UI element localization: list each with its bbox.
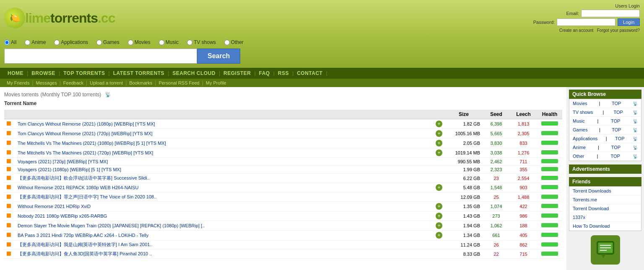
- add-torrent-icon[interactable]: +: [436, 222, 442, 229]
- tvshows-rss-icon[interactable]: 📡: [633, 110, 638, 115]
- row-health: [537, 193, 562, 202]
- movies-rss-icon[interactable]: 📡: [633, 101, 638, 106]
- music-top-link[interactable]: TOP: [611, 118, 620, 123]
- email-input[interactable]: [581, 10, 640, 17]
- games-top-link[interactable]: TOP: [612, 127, 621, 132]
- torrent-downloads-link[interactable]: Torrent Downloads: [573, 188, 611, 193]
- add-torrent-icon[interactable]: +: [436, 213, 442, 219]
- games-rss-icon[interactable]: 📡: [633, 128, 638, 132]
- row-leech: 355: [510, 166, 537, 174]
- movies-link[interactable]: Movies: [573, 101, 587, 106]
- other-top-link[interactable]: TOP: [611, 154, 620, 159]
- row-add-cell: +: [433, 202, 445, 211]
- content-area: Movies torrents (Monthly TOP 100 torrent…: [0, 87, 566, 270]
- health-bar-indicator: [541, 252, 558, 256]
- row-icon-cell: [4, 139, 15, 148]
- torrent-download-link[interactable]: Torrent Download: [573, 206, 609, 211]
- applications-rss-icon[interactable]: 📡: [633, 136, 638, 141]
- sidebar-item-games: Games | TOP 📡: [569, 126, 641, 134]
- radio-other[interactable]: Other: [224, 39, 244, 45]
- create-account-link[interactable]: Create an account: [559, 28, 594, 33]
- music-link[interactable]: Music: [573, 118, 585, 123]
- torrent-name-link[interactable]: 【更多高清电影访问】食人鱼3D[国英语中英字幕] Piranhal 2010 .…: [18, 251, 152, 256]
- add-torrent-icon[interactable]: +: [436, 232, 442, 239]
- torrent-name-link[interactable]: 【更多高清电影访问】罪之声[日语中字] The Voice of Sin 202…: [18, 194, 156, 199]
- nav-home[interactable]: HOME: [4, 69, 27, 77]
- nav-messages[interactable]: Messages: [34, 80, 60, 86]
- radio-games[interactable]: Games: [96, 39, 119, 45]
- row-size: 990.55 MB: [445, 158, 483, 166]
- how-to-download-link[interactable]: How To Download: [573, 224, 610, 229]
- radio-applications[interactable]: Applications: [54, 39, 88, 45]
- torrent-name-link[interactable]: BA Pass 3 2021 Hindi 720p WEBRip AAC x26…: [18, 233, 148, 238]
- nav-feedback[interactable]: Feedback: [61, 80, 86, 86]
- nav-personal-rss[interactable]: Personal RSS Feed: [156, 80, 202, 86]
- games-link[interactable]: Games: [573, 127, 587, 132]
- row-size: 1.43 GB: [445, 211, 483, 221]
- applications-link[interactable]: Applications: [573, 136, 597, 141]
- add-torrent-icon[interactable]: +: [436, 203, 442, 210]
- music-rss-icon[interactable]: 📡: [633, 119, 638, 123]
- torrent-name-link[interactable]: Demon Slayer The Movie Mugen Train (2020…: [18, 223, 205, 228]
- torrent-name-link[interactable]: 【更多高清电影访问】我是山姆[英语中英特效字] I Am Sam 2001..: [18, 242, 153, 247]
- movies-top-link[interactable]: TOP: [612, 101, 621, 106]
- radio-anime[interactable]: Anime: [25, 39, 46, 45]
- anime-link[interactable]: Anime: [573, 145, 586, 150]
- forgot-password-link[interactable]: Forgot your password?: [597, 28, 640, 33]
- radio-music[interactable]: Music: [159, 39, 179, 45]
- ads-title: Advertisements: [569, 165, 641, 174]
- add-torrent-icon[interactable]: +: [436, 121, 442, 127]
- 1337x-link[interactable]: 1337x: [573, 215, 585, 220]
- add-torrent-icon[interactable]: +: [436, 149, 442, 156]
- torrent-name-link[interactable]: The Mitchells Vs The Machines (2021) (10…: [18, 141, 166, 146]
- nav-bookmarks[interactable]: Bookmarks: [127, 80, 155, 86]
- applications-top-link[interactable]: TOP: [615, 136, 624, 141]
- other-link[interactable]: Other: [573, 154, 584, 159]
- search-input[interactable]: [4, 49, 197, 64]
- anime-rss-icon[interactable]: 📡: [633, 145, 638, 150]
- table-row: Tom Clancys Without Remorse (2021) (1080…: [4, 119, 562, 129]
- nav-top-torrents[interactable]: TOP TORRENTS: [60, 69, 108, 77]
- torrents-me-link[interactable]: Torrents.me: [573, 197, 597, 202]
- nav-my-profile[interactable]: My Profile: [203, 80, 229, 86]
- tvshows-link[interactable]: TV shows: [573, 110, 593, 115]
- row-health: [537, 148, 562, 158]
- tvshows-top-link[interactable]: TOP: [613, 110, 623, 115]
- login-button[interactable]: Login: [618, 18, 640, 26]
- add-torrent-icon[interactable]: +: [436, 184, 442, 191]
- anime-top-link[interactable]: TOP: [611, 145, 621, 150]
- health-bar-indicator: [541, 131, 558, 135]
- nav-faq[interactable]: FAQ: [256, 69, 273, 77]
- other-rss-icon[interactable]: 📡: [633, 154, 638, 159]
- torrent-name-link[interactable]: The Mitchells Vs The Machines (2021) (72…: [18, 150, 153, 155]
- password-label: Password:: [533, 20, 555, 25]
- torrent-name-link[interactable]: Tom Clancys Without Remorse (2021) (1080…: [18, 121, 155, 126]
- torrent-name-link[interactable]: 【更多高清电影访问】欧会浮动[法语中英字幕] Successive Slidi.…: [18, 175, 150, 180]
- nav-rss[interactable]: RSS: [275, 69, 292, 77]
- nav-register[interactable]: REGISTER: [220, 69, 254, 77]
- search-button[interactable]: Search: [197, 49, 240, 64]
- torrent-name-link[interactable]: Voyagers (2021) [720p] [WEBRip] [YTS MX]: [18, 159, 108, 164]
- row-health: [537, 211, 562, 221]
- nav-browse[interactable]: BROWSE: [28, 69, 59, 77]
- nav-contact[interactable]: CONTACT: [293, 69, 326, 77]
- torrent-name-link[interactable]: Without Remorse 2021 REPACK 1080p WEB H2…: [18, 185, 138, 190]
- radio-movies[interactable]: Movies: [128, 39, 151, 45]
- row-size: 5.48 GB: [445, 183, 483, 193]
- radio-all[interactable]: All: [4, 39, 16, 45]
- torrent-name-link[interactable]: Nobody 2021 1080p WEBRip x265-RARBG: [18, 213, 107, 219]
- password-input[interactable]: [557, 18, 615, 26]
- friend-torrent-download: Torrent Download: [569, 204, 641, 213]
- torrent-name-link[interactable]: Tom Clancys Without Remorse (2021) (720p…: [18, 131, 153, 136]
- nav-search-cloud[interactable]: SEARCH CLOUD: [169, 69, 219, 77]
- nav-my-friends[interactable]: My Friends: [4, 80, 32, 86]
- torrent-name-link[interactable]: Without Remorse 2021 HDRip XviD: [18, 204, 91, 209]
- health-bar-indicator: [541, 213, 558, 218]
- torrent-name-link[interactable]: Voyagers (2021) (1080p) [WEBRip] [5 1] […: [18, 167, 121, 172]
- add-torrent-icon[interactable]: +: [436, 130, 442, 137]
- radio-tvshows[interactable]: TV shows: [187, 39, 216, 45]
- row-leech: 1,488: [510, 193, 537, 202]
- nav-latest-torrents[interactable]: LATEST TORRENTS: [110, 69, 168, 77]
- nav-upload[interactable]: Upload a torrent: [87, 80, 125, 86]
- add-torrent-icon[interactable]: +: [436, 140, 442, 147]
